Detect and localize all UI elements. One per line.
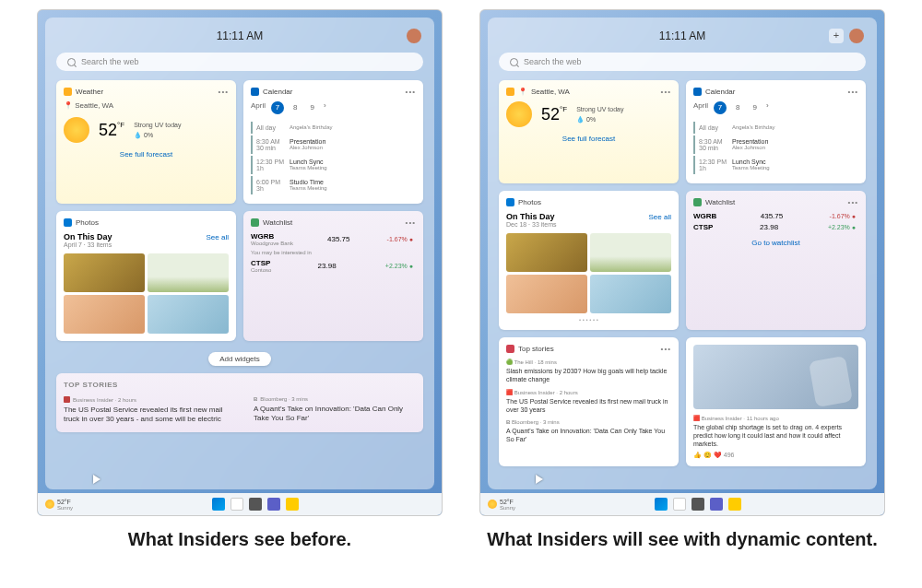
calendar-icon [693,88,702,96]
avatar[interactable] [407,29,421,43]
watchlist-icon [251,218,259,227]
forecast-link[interactable]: See full forecast [64,150,229,159]
explorer-icon[interactable] [286,498,299,511]
search-icon [510,58,518,66]
forecast-link[interactable]: See full forecast [506,135,671,143]
explorer-icon[interactable] [728,498,741,511]
search-taskbar-icon[interactable] [673,498,686,511]
watchlist-widget[interactable]: Watchlist ••• WGRB435.75-1.67% ● CTSP23.… [686,191,866,330]
photos-icon [506,198,514,206]
add-widgets-button[interactable]: Add widgets [208,352,271,366]
search-input[interactable]: Search the web [56,53,423,71]
avatar[interactable] [849,29,864,43]
start-icon[interactable] [212,498,225,511]
photo-thumb[interactable] [506,275,587,313]
photo-thumb[interactable] [148,295,229,334]
more-icon[interactable]: ••• [848,198,858,206]
more-icon[interactable]: ••• [406,88,416,96]
more-icon[interactable]: ••• [661,345,671,353]
screenshot-after: 11:11 AM + Search the web 📍 Seattle, WA … [479,9,885,516]
caption-after: What Insiders will see with dynamic cont… [479,527,885,551]
sun-icon [64,117,89,143]
more-icon[interactable]: ••• [661,88,671,96]
weather-icon [506,88,514,96]
cursor-icon [93,475,102,488]
taskview-icon[interactable] [692,498,704,511]
news-feature-widget[interactable]: 🟥 Business Insider · 11 hours ago The gl… [686,337,866,466]
news-icon [506,345,514,353]
more-icon[interactable]: ••• [848,88,858,96]
photos-widget[interactable]: Photos On This DayApril 7 · 33 itemsSee … [56,211,236,341]
more-icon[interactable]: ••• [406,218,416,227]
taskview-icon[interactable] [249,498,262,511]
calendar-widget[interactable]: Calendar ••• April789› All dayAngela's B… [686,80,866,183]
start-icon[interactable] [655,498,668,511]
photo-thumb[interactable] [64,253,145,292]
see-all-link[interactable]: See all [649,213,671,221]
weather-widget[interactable]: Weather ••• 📍 Seattle, WA 52°F Strong UV… [56,80,236,204]
caption-before: What Insiders see before. [37,527,443,551]
calendar-widget[interactable]: Calendar ••• April789› All dayAngela's B… [243,80,423,204]
weather-taskbar-icon [45,500,54,509]
teams-icon[interactable] [710,498,723,511]
clock: 11:11 AM [217,29,264,42]
search-input[interactable]: Search the web [499,53,866,71]
add-icon[interactable]: + [829,29,844,43]
taskbar[interactable]: 52°FSunny [38,493,442,515]
news-image [693,345,858,409]
cursor-icon [536,475,545,488]
search-icon [67,58,76,66]
watchlist-link[interactable]: Go to watchlist [693,239,858,247]
source-icon [64,396,70,403]
clock: 11:11 AM [659,29,706,42]
photo-thumb[interactable] [590,275,671,313]
watchlist-widget[interactable]: Watchlist ••• WGRBWoodgrove Bank435.75-1… [243,211,423,341]
top-stories-widget[interactable]: TOP STORIES Business Insider · 2 hoursTh… [56,373,423,432]
photos-icon [64,218,72,227]
sun-icon [506,101,532,127]
screenshot-before: 11:11 AM Search the web Weather ••• 📍 Se… [37,9,443,516]
top-stories-widget[interactable]: Top stories ••• 🟢 The Hill · 18 minsSlas… [499,337,679,466]
watchlist-icon [693,198,702,206]
photos-widget[interactable]: Photos On This DayDec 18 · 33 itemsSee a… [499,191,679,330]
see-all-link[interactable]: See all [207,233,229,241]
add-widgets-row: Add widgets [56,348,423,366]
search-taskbar-icon[interactable] [230,498,243,511]
photo-thumb[interactable] [64,295,145,334]
taskbar[interactable]: 52°FSunny [480,493,884,515]
more-icon[interactable]: ••• [219,88,229,96]
photo-thumb[interactable] [506,233,587,272]
photo-thumb[interactable] [148,253,229,292]
reactions[interactable]: 👍 😊 ❤️ 496 [693,452,858,459]
teams-icon[interactable] [267,498,280,511]
calendar-icon [251,88,259,96]
photo-thumb[interactable] [590,233,671,272]
weather-widget[interactable]: 📍 Seattle, WA ••• 52°F Strong UV today💧 … [499,80,679,183]
weather-taskbar-icon [488,500,497,509]
weather-icon [64,88,72,96]
